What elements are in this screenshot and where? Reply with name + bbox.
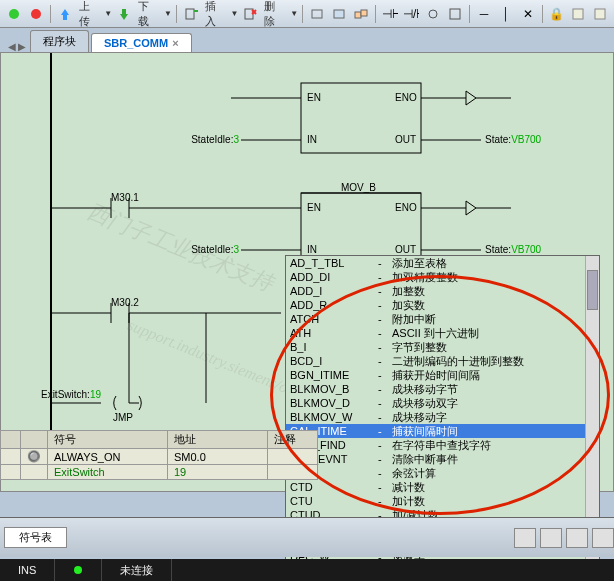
svg-point-59	[74, 566, 82, 574]
instruction-item[interactable]: BGN_ITIME-捕获开始时间间隔	[286, 368, 599, 382]
block-icon[interactable]	[445, 4, 465, 24]
svg-point-0	[9, 9, 19, 19]
svg-rect-9	[355, 12, 361, 18]
svg-point-13	[429, 10, 437, 18]
symbol-table[interactable]: 符号 地址 注释 🔘 ALWAYS_ON SM0.0 ExitSwitch 19	[0, 430, 318, 480]
tab-program-block[interactable]: 程序块	[30, 30, 89, 52]
svg-text:MOV_B: MOV_B	[341, 182, 376, 193]
svg-text:State:VB700: State:VB700	[485, 134, 542, 145]
status-ins: INS	[0, 559, 55, 581]
col-addr[interactable]: 地址	[168, 431, 268, 449]
instruction-item[interactable]: BLKMOV_D-成块移动双字	[286, 396, 599, 410]
instruction-item[interactable]: CTU-加计数	[286, 494, 599, 508]
upload-label[interactable]: 上传	[77, 0, 103, 29]
close-icon[interactable]: ×	[172, 37, 178, 49]
panel-btn-2[interactable]	[540, 528, 562, 548]
delete-icon[interactable]	[240, 4, 260, 24]
tab-symbol-table[interactable]: 符号表	[4, 527, 67, 548]
svg-rect-15	[573, 9, 583, 19]
instruction-item[interactable]: ATH-ASCII 到十六进制	[286, 326, 599, 340]
scrollbar-thumb[interactable]	[587, 270, 598, 310]
table-row: 🔘 ALWAYS_ON SM0.0	[1, 449, 318, 465]
svg-rect-10	[361, 10, 367, 16]
contact-nc-icon[interactable]: ⊣/⊢	[401, 4, 421, 24]
svg-text:OUT: OUT	[395, 134, 416, 145]
svg-text:State:VB700: State:VB700	[485, 244, 542, 255]
tool-1[interactable]	[307, 4, 327, 24]
svg-point-1	[31, 9, 41, 19]
download-label[interactable]: 下载	[136, 0, 162, 29]
main-toolbar: 上传▼ 下载▼ 插入▼ 删除▼ ⊣⊢ ⊣/⊢ ─ │ ✕ 🔒	[0, 0, 614, 28]
wire-h-icon[interactable]: ─	[474, 4, 494, 24]
svg-text:StateIdle:3: StateIdle:3	[191, 244, 239, 255]
insert-label[interactable]: 插入	[203, 0, 229, 29]
insert-icon[interactable]	[181, 4, 201, 24]
instruction-item[interactable]: ADD_DI-加双精度整数	[286, 270, 599, 284]
instruction-item[interactable]: ATCH-附加中断	[286, 312, 599, 326]
svg-text:OUT: OUT	[395, 244, 416, 255]
delete-label[interactable]: 删除	[262, 0, 288, 29]
svg-text:ENO: ENO	[395, 92, 417, 103]
instruction-item[interactable]: BLKMOV_B-成块移动字节	[286, 382, 599, 396]
svg-rect-8	[334, 10, 344, 18]
insert-drop[interactable]: ▼	[231, 9, 239, 18]
instruction-item[interactable]: ADD_R-加实数	[286, 298, 599, 312]
panel-btn-3[interactable]	[566, 528, 588, 548]
svg-rect-16	[595, 9, 605, 19]
svg-text:EN: EN	[307, 202, 321, 213]
svg-text:JMP: JMP	[113, 412, 133, 423]
tab-sbr-comm[interactable]: SBR_COMM×	[91, 33, 192, 52]
panel-btn-1[interactable]	[514, 528, 536, 548]
svg-text:EN: EN	[307, 92, 321, 103]
svg-text:ENO: ENO	[395, 202, 417, 213]
svg-text:⊣/⊢: ⊣/⊢	[403, 7, 419, 21]
instruction-item[interactable]: ADD_I-加整数	[286, 284, 599, 298]
lock-icon[interactable]: 🔒	[547, 4, 567, 24]
svg-text:M30.1: M30.1	[111, 192, 139, 203]
svg-text:StateIdle:3: StateIdle:3	[191, 134, 239, 145]
instruction-item[interactable]: AD_T_TBL-添加至表格	[286, 256, 599, 270]
tool-2[interactable]	[329, 4, 349, 24]
instruction-item[interactable]: BLKMOV_W-成块移动字	[286, 410, 599, 424]
status-connection: 未连接	[102, 559, 172, 581]
svg-text:M30.2: M30.2	[111, 297, 139, 308]
symbol-table-area: 符号 地址 注释 🔘 ALWAYS_ON SM0.0 ExitSwitch 19	[0, 430, 614, 480]
wire-v-icon[interactable]: │	[496, 4, 516, 24]
instruction-item[interactable]: B_I-字节到整数	[286, 340, 599, 354]
status-led	[55, 559, 102, 581]
download-drop[interactable]: ▼	[164, 9, 172, 18]
col-comment[interactable]: 注释	[268, 431, 318, 449]
editor-tabs: 程序块 SBR_COMM×	[0, 28, 614, 52]
delete-drop[interactable]: ▼	[290, 9, 298, 18]
svg-rect-14	[450, 9, 460, 19]
download-icon[interactable]	[114, 4, 134, 24]
upload-drop[interactable]: ▼	[104, 9, 112, 18]
col-symbol[interactable]: 符号	[48, 431, 168, 449]
btn-green[interactable]	[4, 4, 24, 24]
table-row: ExitSwitch 19	[1, 465, 318, 480]
svg-rect-2	[186, 9, 194, 19]
tool-3[interactable]	[351, 4, 371, 24]
status-bar: INS 未连接	[0, 559, 614, 581]
svg-text:⊣⊢: ⊣⊢	[382, 7, 398, 21]
bottom-panel: 符号表	[0, 517, 614, 557]
instruction-item[interactable]: BCD_I-二进制编码的十进制到整数	[286, 354, 599, 368]
upload-icon[interactable]	[55, 4, 75, 24]
svg-text:ExitSwitch:19: ExitSwitch:19	[41, 389, 101, 400]
panel-btn-4[interactable]	[592, 528, 614, 548]
tool-a[interactable]	[568, 4, 588, 24]
contact-no-icon[interactable]: ⊣⊢	[380, 4, 400, 24]
instruction-item[interactable]: CTD-减计数	[286, 480, 599, 494]
coil-icon[interactable]	[423, 4, 443, 24]
btn-red[interactable]	[26, 4, 46, 24]
tool-b[interactable]	[590, 4, 610, 24]
wire-x-icon[interactable]: ✕	[518, 4, 538, 24]
svg-text:IN: IN	[307, 244, 317, 255]
svg-rect-7	[312, 10, 322, 18]
svg-text:IN: IN	[307, 134, 317, 145]
